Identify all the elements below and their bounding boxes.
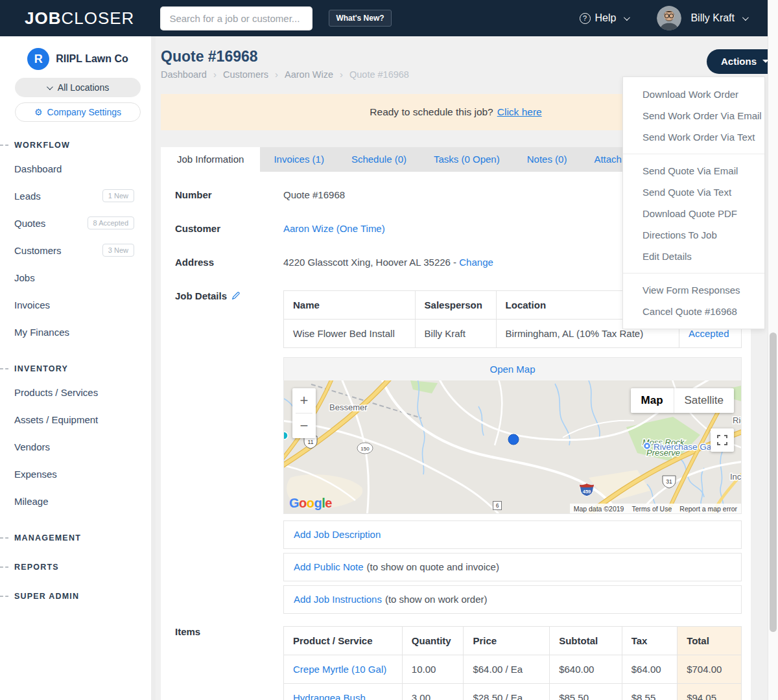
menu-edit-details[interactable]: Edit Details <box>623 246 764 267</box>
sidebar-item-dashboard[interactable]: Dashboard <box>0 155 156 182</box>
help-menu[interactable]: ? Help <box>580 12 629 24</box>
items-row: Items Product / Service Quantity Price S… <box>175 626 742 700</box>
job-instructions-hint: (to show on work order) <box>385 594 488 605</box>
items-table: Product / Service Quantity Price Subtota… <box>283 626 742 700</box>
page-scrollbar[interactable] <box>768 0 778 700</box>
sidebar-item-jobs[interactable]: Jobs <box>0 264 156 291</box>
customer-label: Customer <box>175 223 283 234</box>
map-label-edge-top: Ric <box>733 415 741 425</box>
click-here-link[interactable]: Click here <box>497 106 542 118</box>
status-accepted-link[interactable]: Accepted <box>689 328 729 339</box>
satellite-view-button[interactable]: Satellite <box>674 388 734 413</box>
add-job-instructions-box: Add Job Instructions(to show on work ord… <box>283 585 742 614</box>
google-logo[interactable]: Google <box>289 496 332 511</box>
section-reports[interactable]: REPORTS <box>0 561 156 573</box>
item-subtotal: $85.50 <box>550 684 622 700</box>
zoom-out-button[interactable]: − <box>292 414 316 438</box>
sidebar-item-mileage[interactable]: Mileage <box>0 487 156 515</box>
job-details-row: Job Details Name Salesperson Location <box>175 290 742 618</box>
item-label: Vendors <box>14 441 50 452</box>
item-label: Leads <box>14 191 41 202</box>
customers-badge: 3 New <box>102 244 134 257</box>
menu-send-work-order-text[interactable]: Send Work Order Via Text <box>623 126 764 148</box>
menu-send-work-order-email[interactable]: Send Work Order Via Email <box>623 105 764 126</box>
product-link[interactable]: Crepe Myrtle (10 Gal) <box>293 664 386 675</box>
item-row-1: Crepe Myrtle (10 Gal) 10.00 $64.00 / Ea … <box>284 655 742 684</box>
sidebar-item-vendors[interactable]: Vendors <box>0 433 156 460</box>
section-management[interactable]: MANAGEMENT <box>0 532 156 544</box>
breadcrumb-customer-name[interactable]: Aaron Wize <box>285 69 333 80</box>
tab-tasks[interactable]: Tasks (0 Open) <box>420 147 513 172</box>
tab-notes[interactable]: Notes (0) <box>513 147 581 172</box>
item-label: Assets / Equipment <box>14 414 98 425</box>
number-label: Number <box>175 189 283 200</box>
zoom-in-button[interactable]: + <box>292 388 316 413</box>
fullscreen-icon <box>717 435 727 445</box>
search-input[interactable] <box>160 6 312 30</box>
sidebar-item-invoices[interactable]: Invoices <box>0 291 156 318</box>
sidebar-item-expenses[interactable]: Expenses <box>0 460 156 487</box>
company-avatar: R <box>27 48 49 70</box>
app-logo: JOBCLOSER <box>25 8 134 29</box>
menu-download-quote-pdf[interactable]: Download Quote PDF <box>623 203 764 224</box>
locations-selector[interactable]: All Locations <box>15 78 141 97</box>
edit-pencil-icon[interactable] <box>231 291 241 300</box>
section-super-admin[interactable]: SUPER ADMIN <box>0 590 156 602</box>
menu-download-work-order[interactable]: Download Work Order <box>623 84 764 105</box>
menu-send-quote-email[interactable]: Send Quote Via Email <box>623 160 764 181</box>
sidebar-item-customers[interactable]: Customers3 New <box>0 237 156 264</box>
map-view-button[interactable]: Map <box>631 388 674 413</box>
map-zoom-control: + − <box>292 388 316 438</box>
add-job-instructions-link[interactable]: Add Job Instructions <box>294 594 382 605</box>
open-map-link[interactable]: Open Map <box>489 364 535 375</box>
col-quantity: Quantity <box>402 627 464 655</box>
sidebar-item-quotes[interactable]: Quotes8 Accepted <box>0 209 156 237</box>
riverchase-pin-icon[interactable] <box>644 443 651 450</box>
company-settings-button[interactable]: ⚙ Company Settings <box>15 102 141 122</box>
sidebar-scrollbar[interactable] <box>151 36 156 700</box>
breadcrumb-dashboard[interactable]: Dashboard <box>161 69 207 80</box>
tab-schedule[interactable]: Schedule (0) <box>338 147 420 172</box>
tab-job-information[interactable]: Job Information <box>161 147 260 172</box>
settings-label: Company Settings <box>47 107 121 117</box>
chevron-down-icon <box>47 84 53 90</box>
menu-directions-to-job[interactable]: Directions To Job <box>623 224 764 246</box>
menu-cancel-quote[interactable]: Cancel Quote #16968 <box>623 301 764 322</box>
item-label: Invoices <box>14 299 50 310</box>
menu-view-form-responses[interactable]: View Form Responses <box>623 279 764 301</box>
whats-new-button[interactable]: What's New? <box>329 10 391 27</box>
item-price: $28.50 / Ea <box>464 684 550 700</box>
sidebar-item-products-services[interactable]: Products / Services <box>0 379 156 406</box>
section-inventory: INVENTORY <box>0 363 156 375</box>
customer-link[interactable]: Aaron Wize (One Time) <box>283 223 385 234</box>
add-job-description-link[interactable]: Add Job Description <box>294 529 381 540</box>
product-link[interactable]: Hydrangea Bush <box>293 692 366 700</box>
col-price: Price <box>464 627 550 655</box>
job-name: Wise Flower Bed Install <box>284 320 416 348</box>
menu-send-quote-text[interactable]: Send Quote Via Text <box>623 181 764 203</box>
tab-invoices[interactable]: Invoices (1) <box>260 147 338 172</box>
map-canvas[interactable]: Bessemer Moss Rock Preserve Riverchase G… <box>284 380 741 513</box>
sidebar-item-my-finances[interactable]: My Finances <box>0 318 156 345</box>
item-price: $64.00 / Ea <box>464 655 550 684</box>
sidebar-item-leads[interactable]: Leads1 New <box>0 182 156 209</box>
col-salesperson: Salesperson <box>415 291 496 320</box>
change-address-link[interactable]: Change <box>459 257 493 268</box>
col-name: Name <box>284 291 416 320</box>
fullscreen-button[interactable] <box>711 428 734 452</box>
menu-divider <box>623 273 764 274</box>
user-name[interactable]: Billy Kraft <box>690 12 735 24</box>
report-map-error-link[interactable]: Report a map error <box>676 505 741 513</box>
job-location-marker[interactable] <box>508 434 519 445</box>
sidebar-item-assets-equipment[interactable]: Assets / Equipment <box>0 406 156 433</box>
item-tax: $8.55 <box>622 684 677 700</box>
scrollbar-thumb[interactable] <box>770 332 777 632</box>
item-label: Products / Services <box>14 387 98 398</box>
user-avatar[interactable] <box>657 6 681 30</box>
item-label: Expenses <box>14 469 57 480</box>
breadcrumb-customers[interactable]: Customers <box>223 69 268 80</box>
terms-of-use-link[interactable]: Terms of Use <box>628 505 676 513</box>
gear-icon: ⚙ <box>34 107 43 117</box>
leads-badge: 1 New <box>102 189 134 202</box>
add-public-note-link[interactable]: Add Public Note <box>294 561 364 572</box>
